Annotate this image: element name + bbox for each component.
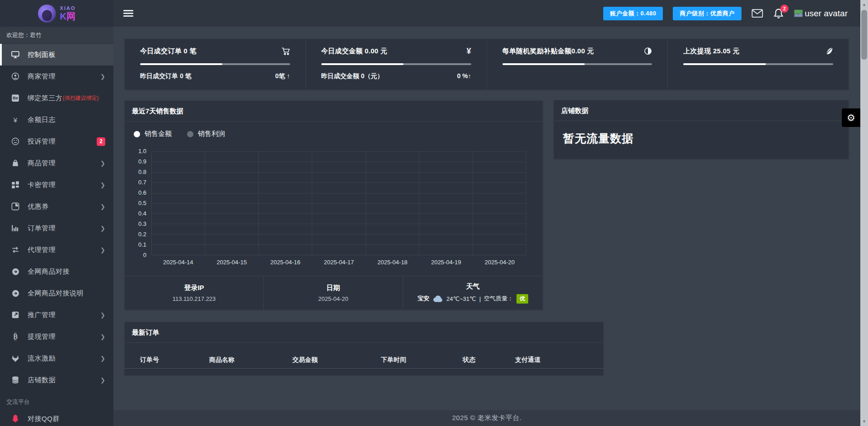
sidebar-item-coupons[interactable]: 优惠券 ❯ (0, 196, 113, 217)
sidebar-item-card-keys[interactable]: 卡密管理 ❯ (0, 174, 113, 196)
chevron-right-icon: ❯ (100, 182, 105, 188)
chevron-right-icon: ❯ (100, 225, 105, 232)
air-quality-badge: 优 (516, 294, 528, 304)
legend-dot (134, 131, 140, 137)
broken-image-icon (794, 9, 803, 17)
user-avatar[interactable]: user avatar (794, 9, 848, 19)
bitcoin-icon: B (11, 332, 20, 341)
weather-range: 24℃~31℃ (446, 295, 476, 302)
sidebar-item-product-docking[interactable]: 全网商品对接 (0, 261, 113, 282)
sidebar-item-complaints[interactable]: 投诉管理 2 (0, 131, 113, 152)
sidebar-item-promotion[interactable]: 推广管理 ❯ (0, 304, 113, 326)
stat-card-random-reward: 每单随机奖励补贴金额0.00 元 (487, 39, 668, 89)
column-pay-channel: 支付通道 (515, 356, 594, 364)
orders-panel-title: 最新订单 (125, 322, 603, 343)
stat-sub-label: 昨日成交金额 0（元） (321, 72, 384, 80)
shopping-bag-icon (11, 159, 20, 167)
footer: 2025 © 老米发卡平台. (113, 410, 860, 426)
yen-icon: ¥ (11, 116, 20, 124)
quill-icon (825, 47, 833, 55)
legend-item-sales-amount[interactable]: 销售金额 (134, 130, 172, 138)
stat-title: 今日成交金额 0.00 元 (321, 47, 387, 56)
stat-title: 每单随机奖励补贴金额0.00 元 (502, 47, 594, 56)
column-order-id: 订单号 (140, 356, 209, 364)
chart-bar-icon (11, 224, 20, 232)
svg-text:B: B (13, 333, 18, 340)
sidebar-item-balance-log[interactable]: ¥ 余额日志 (0, 109, 113, 131)
sidebar-menu: 控制面板 商家管理 ❯ Be 绑定第三方 (强烈建议绑定) ¥ 余额日志 (0, 44, 113, 391)
sidebar-item-product-docking-doc[interactable]: 全网商品对接说明 (0, 282, 113, 304)
bind-warning-note: (强烈建议绑定) (63, 94, 99, 102)
orders-table-header: 订单号 商品名称 交易金额 下单时间 状态 支付通道 (125, 352, 603, 369)
sidebar-item-products[interactable]: 商品管理 ❯ (0, 152, 113, 174)
account-balance-button[interactable]: 账户金额：0.480 (603, 7, 663, 20)
chevron-right-icon: ❯ (100, 203, 105, 210)
adjust-icon (644, 47, 652, 55)
progress-bar (321, 63, 471, 65)
database-icon (11, 376, 20, 384)
merchant-level-button[interactable]: 商户级别：优质商户 (673, 7, 741, 20)
notification-badge: 2 (780, 5, 788, 13)
sidebar-item-bind-thirdparty[interactable]: Be 绑定第三方 (强烈建议绑定) (0, 87, 113, 109)
stat-sub-value: 0笔 ↑ (275, 72, 290, 80)
cloud-icon (432, 295, 443, 303)
stat-title: 今日成交订单 0 笔 (140, 47, 197, 56)
sidebar-item-withdrawal[interactable]: B 提现管理 ❯ (0, 326, 113, 347)
cart-icon (282, 47, 290, 56)
sidebar-item-qq-group[interactable]: 对接QQ群 (0, 408, 113, 426)
gear-icon: ⚙ (847, 113, 855, 122)
sidebar-item-agents[interactable]: 代理管理 ❯ (0, 239, 113, 261)
grid-blocks-icon (11, 181, 20, 189)
frown-icon (11, 137, 20, 145)
date-cell: 日期 2025-04-20 (263, 276, 403, 309)
column-status: 状态 (463, 356, 515, 364)
scroll-down-arrow[interactable]: ▼ (860, 418, 868, 425)
sidebar-section-label: 交流平台 (0, 391, 113, 408)
sidebar-item-merchant[interactable]: 商家管理 ❯ (0, 66, 113, 87)
scroll-up-arrow[interactable]: ▲ (860, 1, 868, 8)
chevron-right-icon: ❯ (100, 247, 105, 253)
weather-cell: 天气 宝安 24℃~31℃ | 空气质量： 优 (403, 276, 543, 309)
air-quality-label: 空气质量： (484, 295, 513, 303)
arrow-circle-icon (11, 290, 20, 297)
stat-card-today-amount: 今日成交金额 0.00 元 ¥ 昨日成交金额 0（元） 0 %↑ (305, 39, 487, 89)
logo-avatar-image (38, 5, 56, 23)
column-order-time: 下单时间 (381, 356, 463, 364)
chart-y-axis-labels: 1.00.90.80.70.60.50.40.30.20.10 (125, 148, 146, 259)
external-link-icon (11, 311, 20, 319)
chevron-right-icon: ❯ (100, 333, 105, 340)
sidebar-item-shop-data[interactable]: 店铺数据 ❯ (0, 369, 113, 391)
exchange-arrows-icon (11, 246, 20, 254)
sidebar-item-flow-incentive[interactable]: 流水激励 ❯ (0, 347, 113, 369)
quadrant-icon (11, 202, 20, 211)
bell-icon[interactable]: 2 (773, 8, 784, 19)
sidebar-item-dashboard[interactable]: 控制面板 (0, 44, 113, 66)
user-icon (11, 72, 20, 80)
latest-orders-panel: 最新订单 订单号 商品名称 交易金额 下单时间 状态 支付通道 (125, 322, 603, 375)
complaints-badge: 2 (97, 137, 105, 146)
logo-top-text: XIAO (60, 6, 76, 11)
mail-icon[interactable] (751, 9, 763, 18)
column-product-name: 商品名称 (209, 356, 292, 364)
behance-icon: Be (11, 94, 20, 102)
arrow-circle-icon (11, 268, 20, 276)
stat-sub-label: 昨日成交订单 0 笔 (140, 72, 192, 80)
qq-penguin-icon (11, 414, 20, 423)
vertical-scrollbar[interactable]: ▲ ▼ (860, 0, 868, 426)
login-ip-cell: 登录IP 113.110.217.223 (125, 276, 263, 309)
column-amount: 交易金额 (292, 356, 381, 364)
scrollbar-thumb[interactable] (861, 10, 867, 60)
shop-panel-title: 店铺数据 (554, 100, 849, 121)
legend-item-sales-profit[interactable]: 销售利润 (187, 130, 225, 138)
avatar-alt-text: user avatar (805, 9, 848, 19)
settings-gear-button[interactable]: ⚙ (842, 108, 860, 127)
logo[interactable]: XIAO K网 (0, 0, 113, 27)
weather-separator: | (479, 295, 481, 302)
sidebar-item-orders[interactable]: 订单管理 ❯ (0, 217, 113, 239)
svg-text:Be: Be (13, 96, 18, 100)
weather-city: 宝安 (418, 295, 429, 303)
chart-vertical-gridlines (152, 151, 526, 255)
hamburger-menu-icon[interactable] (123, 9, 133, 18)
stat-cards-row: 今日成交订单 0 笔 昨日成交订单 0 笔 0笔 ↑ 今日成交金额 0.00 元… (125, 39, 849, 89)
topbar: 账户金额：0.480 商户级别：优质商户 2 user avatar (113, 0, 860, 27)
